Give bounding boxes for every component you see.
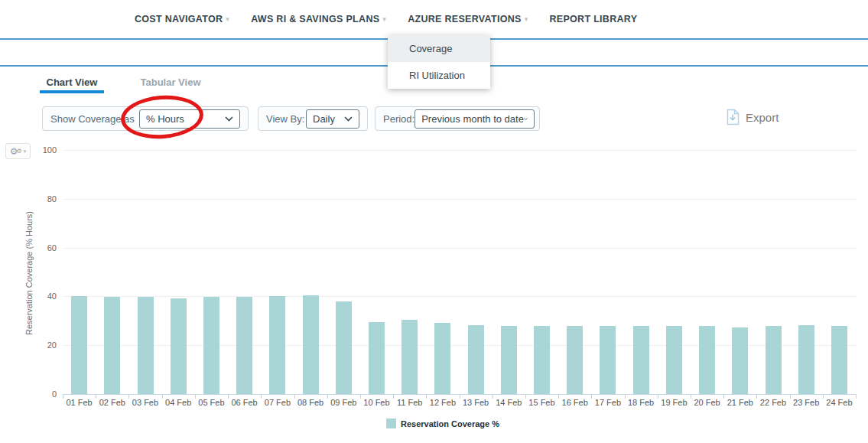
bar-13-feb[interactable]	[468, 325, 484, 394]
x-tick-label: 13 Feb	[460, 398, 493, 407]
bar-12-feb[interactable]	[434, 323, 450, 394]
bar-19-feb[interactable]	[666, 326, 682, 394]
bar-06-feb[interactable]	[236, 297, 252, 394]
x-tick-label: 21 Feb	[723, 398, 756, 407]
bar-15-feb[interactable]	[534, 326, 550, 394]
gridline-y-80	[63, 199, 856, 200]
bar-02-feb[interactable]	[104, 297, 120, 394]
bar-07-feb[interactable]	[269, 296, 285, 394]
x-tick-label: 18 Feb	[625, 398, 658, 407]
x-tick-label: 22 Feb	[756, 398, 789, 407]
x-tick-label: 19 Feb	[658, 398, 691, 407]
bar-10-feb[interactable]	[369, 322, 385, 394]
bar-23-feb[interactable]	[798, 325, 814, 394]
x-tick-label: 12 Feb	[426, 398, 459, 407]
bar-05-feb[interactable]	[203, 297, 219, 394]
bar-04-feb[interactable]	[171, 298, 187, 394]
x-tick-label: 24 Feb	[823, 398, 856, 407]
y-tick-label: 0	[34, 389, 57, 399]
x-tick-label: 01 Feb	[63, 398, 96, 407]
bar-08-feb[interactable]	[303, 295, 319, 395]
bar-17-feb[interactable]	[600, 326, 616, 394]
bar-21-feb[interactable]	[732, 327, 748, 394]
x-tick-label: 10 Feb	[360, 398, 393, 407]
y-axis-title: Reservation Coverage (% Hours)	[24, 211, 34, 335]
x-tick-label: 15 Feb	[525, 398, 558, 407]
bar-20-feb[interactable]	[699, 326, 715, 394]
x-tick-label: 17 Feb	[591, 398, 624, 407]
azure-reservations-dropdown-menu: CoverageRI Utilization	[388, 35, 490, 89]
bar-18-feb[interactable]	[633, 326, 649, 394]
dropdown-item-ri-utilization[interactable]: RI Utilization	[388, 62, 490, 89]
x-tick-label: 03 Feb	[128, 398, 161, 407]
gridline-y-40	[63, 296, 856, 297]
bar-11-feb[interactable]	[401, 320, 418, 394]
x-tick-label: 14 Feb	[493, 398, 525, 407]
x-tick-label: 05 Feb	[195, 398, 228, 407]
bar-03-feb[interactable]	[138, 297, 154, 394]
x-axis-tick	[856, 394, 857, 399]
y-tick-label: 20	[34, 340, 57, 350]
x-tick-label: 06 Feb	[228, 398, 261, 407]
bar-14-feb[interactable]	[501, 326, 517, 394]
x-tick-label: 08 Feb	[294, 398, 327, 407]
x-tick-label: 16 Feb	[558, 398, 591, 407]
bar-09-feb[interactable]	[336, 301, 352, 394]
bar-16-feb[interactable]	[567, 326, 583, 394]
x-tick-label: 11 Feb	[393, 398, 426, 407]
x-tick-label: 20 Feb	[691, 398, 723, 407]
gridline-y-60	[63, 248, 856, 249]
y-tick-label: 80	[34, 194, 57, 204]
gridline-y-100	[63, 150, 856, 151]
y-tick-label: 40	[34, 292, 57, 301]
x-tick-label: 09 Feb	[327, 398, 360, 407]
y-tick-label: 100	[34, 145, 57, 155]
x-tick-label: 04 Feb	[162, 398, 195, 407]
bar-01-feb[interactable]	[71, 296, 87, 394]
x-tick-label: 02 Feb	[96, 398, 128, 407]
bar-22-feb[interactable]	[766, 326, 782, 394]
y-tick-label: 60	[34, 243, 57, 252]
x-tick-label: 23 Feb	[790, 398, 823, 407]
dropdown-item-coverage[interactable]: Coverage	[388, 35, 490, 62]
bar-24-feb[interactable]	[831, 326, 847, 394]
x-tick-label: 07 Feb	[261, 398, 294, 407]
